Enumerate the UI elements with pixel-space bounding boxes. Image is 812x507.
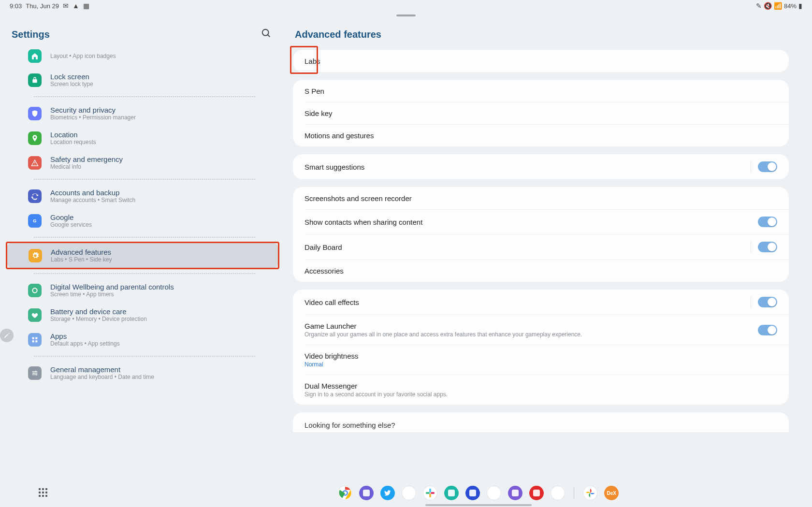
ring-icon (28, 284, 42, 297)
sidebar-item-general[interactable]: General managementLanguage and keyboard … (7, 361, 278, 385)
gear-icon (29, 249, 42, 262)
sidebar-item-sub: Language and keyboard • Date and time (50, 374, 154, 380)
pin-icon (28, 131, 42, 145)
sidebar-item-apps[interactable]: AppsDefault apps • App settings (7, 327, 278, 352)
settings-card: S PenSide keyMotions and gestures (293, 80, 789, 146)
svg-point-10 (36, 374, 37, 376)
warning-icon: ▲ (72, 2, 79, 10)
toggle-switch[interactable] (758, 242, 777, 252)
settings-card: Video call effectsGame LauncherOrganize … (293, 290, 789, 405)
sidebar-item-title: Apps (50, 332, 120, 340)
sidebar-item-accounts[interactable]: Accounts and backupManage accounts • Sma… (7, 184, 278, 208)
taskbar-authenticator-icon[interactable] (402, 486, 416, 500)
toggle-switch[interactable] (758, 217, 777, 227)
pencil-icon (3, 332, 10, 339)
row-title: Video brightness (304, 352, 777, 360)
taskbar-samsung-internet-icon[interactable] (359, 486, 374, 500)
drag-handle[interactable] (396, 14, 416, 16)
sidebar-item-sub: Medical info (50, 163, 123, 170)
settings-title: Settings (12, 29, 50, 40)
sidebar-item-battery[interactable]: Battery and device careStorage • Memory … (7, 303, 278, 327)
settings-row-video-call-effects[interactable]: Video call effects (293, 290, 789, 315)
svg-rect-15 (426, 492, 430, 494)
sidebar-item-advanced[interactable]: Advanced featuresLabs • S Pen • Side key (7, 243, 278, 268)
sidebar-item-sub: Layout • App icon badges (50, 53, 116, 59)
settings-row-dual-messenger[interactable]: Dual MessengerSign in to a second accoun… (304, 375, 789, 405)
alert-icon (28, 156, 42, 170)
taskbar-slack-icon[interactable] (423, 486, 437, 500)
taskbar-flipboard-icon[interactable] (529, 486, 544, 500)
taskbar-twitter-icon[interactable] (380, 486, 395, 500)
settings-row-labs[interactable]: Labs (293, 50, 789, 72)
sidebar-item-google[interactable]: GGoogleGoogle services (7, 208, 278, 233)
search-button[interactable] (261, 28, 274, 41)
battery-icon: ▮ (798, 2, 802, 10)
settings-row-s-pen[interactable]: S Pen (293, 80, 789, 102)
settings-row-video-brightness[interactable]: Video brightnessNormal (304, 345, 789, 375)
sidebar-item-sub: Manage accounts • Smart Switch (50, 197, 135, 203)
taskbar-dex-icon[interactable]: DeX (604, 486, 619, 500)
sidebar-item-wellbeing[interactable]: Digital Wellbeing and parental controlsS… (7, 278, 278, 303)
sidebar-item-title: Security and privacy (50, 106, 136, 114)
taskbar-photos-icon[interactable] (583, 486, 597, 500)
toggle-switch[interactable] (758, 325, 777, 335)
looking-for-card[interactable]: Looking for something else? (293, 412, 789, 432)
sidebar-item-title: Safety and emergency (50, 155, 123, 163)
settings-row-daily-board[interactable]: Daily Board (304, 234, 789, 260)
search-icon (261, 28, 272, 39)
row-title: Daily Board (304, 243, 744, 251)
toggle-separator (751, 241, 751, 253)
mute-icon: 🔇 (764, 2, 772, 10)
settings-row-accessories[interactable]: Accessories (304, 260, 789, 282)
settings-sidebar: Settings Layout • App icon badgesLock sc… (0, 19, 285, 507)
sidebar-item-title: Google (50, 213, 92, 221)
edit-fab[interactable] (0, 329, 14, 342)
settings-row-show-contacts-when-sharing-content[interactable]: Show contacts when sharing content (304, 209, 789, 234)
home-icon (28, 49, 42, 63)
sidebar-item-security[interactable]: Security and privacyBiometrics • Permiss… (7, 101, 278, 126)
svg-rect-16 (429, 493, 431, 497)
settings-card: Smart suggestions (293, 154, 789, 179)
sidebar-item-homescreen[interactable]: Layout • App icon badges (7, 44, 278, 68)
row-title: Motions and gestures (304, 131, 777, 140)
sidebar-item-title: Accounts and backup (50, 188, 135, 197)
detail-title: Advanced features (293, 26, 789, 50)
settings-row-motions-and-gestures[interactable]: Motions and gestures (304, 124, 789, 146)
care-icon (28, 308, 42, 322)
sidebar-item-title: Battery and device care (50, 307, 147, 316)
svg-rect-6 (32, 340, 34, 342)
sidebar-item-title: Advanced features (51, 248, 112, 256)
taskbar-send-icon[interactable] (465, 486, 480, 500)
sidebar-item-title: General management (50, 365, 154, 374)
taskbar-obsidian-icon[interactable] (508, 486, 522, 500)
taskbar-notion-icon[interactable] (487, 486, 501, 500)
settings-row-screenshots-and-screen-recorder[interactable]: Screenshots and screen recorder (293, 187, 789, 209)
taskbar-wave-icon[interactable] (444, 486, 459, 500)
status-bar: 9:03 Thu, Jun 29 ✉ ▲ ▦ ✎ 🔇 📶 84% ▮ (0, 0, 812, 12)
row-title: Labs (304, 57, 777, 65)
sidebar-item-sub: Storage • Memory • Device protection (50, 316, 147, 322)
settings-row-game-launcher[interactable]: Game LauncherOrganize all your games all… (304, 315, 789, 345)
toggle-switch[interactable] (758, 161, 777, 172)
row-title: Show contacts when sharing content (304, 218, 758, 226)
taskbar-messages-icon[interactable] (551, 486, 565, 500)
sidebar-item-safety[interactable]: Safety and emergencyMedical info (7, 150, 278, 175)
sidebar-item-sub: Screen time • App timers (50, 291, 174, 298)
sidebar-item-location[interactable]: LocationLocation requests (7, 126, 278, 150)
status-time: 9:03 (10, 2, 22, 10)
toggle-switch[interactable] (758, 297, 777, 307)
gmail-icon: ✉ (63, 2, 69, 10)
svg-rect-14 (429, 489, 431, 493)
sidebar-item-title: Digital Wellbeing and parental controls (50, 283, 174, 291)
shield-icon (28, 107, 42, 120)
settings-row-side-key[interactable]: Side key (304, 102, 789, 124)
row-title: Dual Messenger (304, 382, 777, 390)
wifi-icon: 📶 (774, 2, 782, 10)
row-sub: Organize all your games all in one place… (304, 331, 758, 338)
row-title: Side key (304, 109, 777, 117)
sidebar-item-lockscreen[interactable]: Lock screenScreen lock type (7, 68, 278, 92)
taskbar-chrome-icon[interactable] (338, 486, 352, 500)
settings-row-smart-suggestions[interactable]: Smart suggestions (293, 154, 789, 179)
settings-card: Labs (293, 50, 789, 72)
app-drawer-button[interactable] (39, 488, 48, 498)
